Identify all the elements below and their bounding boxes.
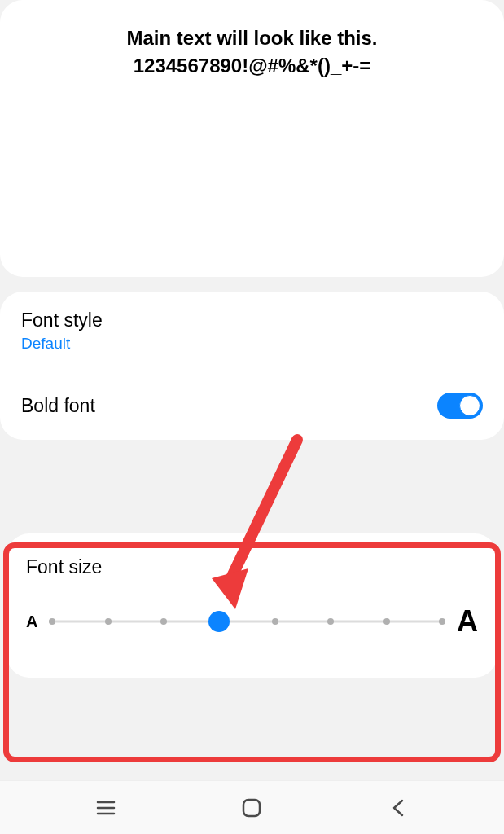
slider-step: [160, 618, 167, 625]
slider-step: [439, 618, 445, 625]
font-style-info: Font style Default: [21, 309, 103, 353]
font-size-label: Font size: [26, 556, 478, 578]
bold-font-toggle[interactable]: [437, 393, 483, 419]
bold-font-label: Bold font: [21, 395, 95, 417]
slider-step: [272, 618, 278, 625]
bold-font-row: Bold font: [0, 371, 504, 440]
navigation-bar: [0, 780, 504, 834]
svg-rect-6: [243, 800, 260, 816]
toggle-thumb: [459, 395, 480, 416]
preview-line-2: 1234567890!@#%&*()_+-=: [16, 52, 488, 80]
home-button[interactable]: [223, 792, 280, 824]
slider-dots: [49, 618, 445, 625]
back-icon: [391, 798, 405, 818]
recents-button[interactable]: [77, 792, 134, 824]
slider-step: [383, 618, 390, 625]
font-style-label: Font style: [21, 309, 103, 331]
recents-icon: [96, 800, 116, 816]
font-size-slider[interactable]: [49, 612, 445, 631]
slider-step: [327, 618, 334, 625]
font-style-value: Default: [21, 335, 103, 353]
font-size-card: Font size A A: [7, 533, 497, 678]
slider-step: [49, 618, 55, 625]
home-icon: [241, 797, 262, 819]
slider-thumb[interactable]: [208, 611, 230, 632]
font-style-row[interactable]: Font style Default: [0, 292, 504, 371]
preview-card: Main text will look like this. 123456789…: [0, 0, 504, 277]
back-button[interactable]: [370, 792, 427, 824]
settings-card: Font style Default Bold font: [0, 292, 504, 440]
large-a-icon: A: [457, 604, 478, 639]
preview-text: Main text will look like this. 123456789…: [16, 24, 488, 79]
small-a-icon: A: [26, 612, 37, 631]
preview-line-1: Main text will look like this.: [16, 24, 488, 52]
font-size-slider-container: A A: [26, 604, 478, 639]
slider-step: [105, 618, 112, 625]
